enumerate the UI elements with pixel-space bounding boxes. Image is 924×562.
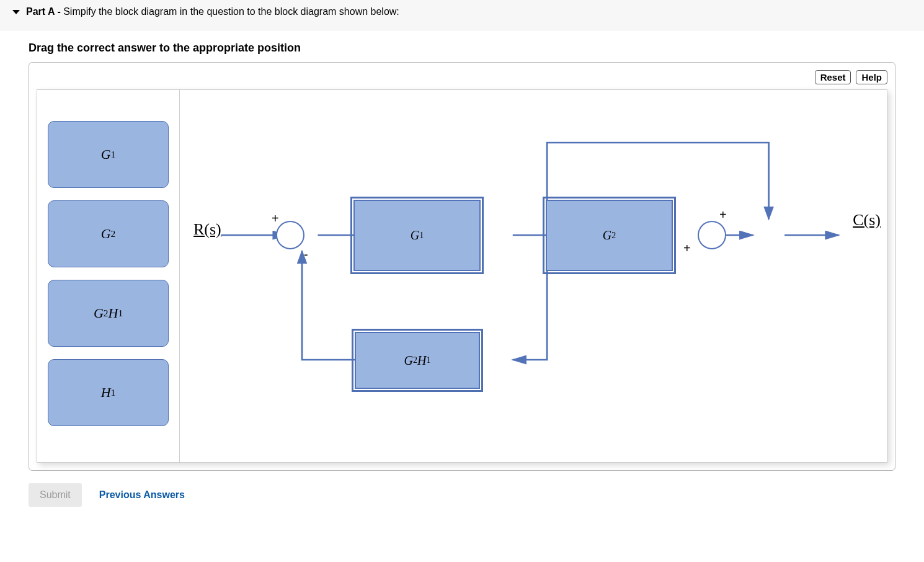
summing-junction-2 bbox=[698, 221, 726, 249]
placed-block-feedback[interactable]: G2H1 bbox=[355, 332, 480, 389]
diagram-panel: R(s) C(s) + - + + G1 G2 G2H1 bbox=[180, 90, 887, 462]
part-label: Part A - bbox=[26, 6, 61, 17]
previous-answers-link[interactable]: Previous Answers bbox=[99, 489, 185, 501]
placed-block-forward2[interactable]: G2 bbox=[546, 200, 673, 271]
part-text: Simpify the block diagram in the questio… bbox=[63, 6, 399, 17]
answer-tile-g2[interactable]: G2 bbox=[48, 200, 169, 267]
sum2-top-plus-sign: + bbox=[719, 208, 727, 222]
instruction-text: Drag the correct answer to the appropria… bbox=[0, 30, 924, 62]
output-label: C(s) bbox=[853, 211, 881, 230]
part-heading: Part A - Simpify the block diagram in th… bbox=[26, 6, 399, 17]
reset-button[interactable]: Reset bbox=[815, 70, 851, 84]
input-label: R(s) bbox=[193, 220, 221, 239]
answer-tile-h1[interactable]: H1 bbox=[48, 359, 169, 426]
submit-button[interactable]: Submit bbox=[29, 483, 82, 507]
sum1-minus-sign: - bbox=[304, 248, 308, 262]
answer-well: G1 G2 G2H1 H1 bbox=[37, 90, 180, 462]
help-button[interactable]: Help bbox=[856, 70, 887, 84]
diagram-wires bbox=[180, 90, 887, 462]
work-area: Reset Help G1 G2 G2H1 H1 bbox=[29, 62, 895, 471]
summing-junction-1 bbox=[276, 221, 304, 249]
placed-block-forward1[interactable]: G1 bbox=[353, 200, 481, 271]
sum2-left-plus-sign: + bbox=[683, 241, 691, 256]
answer-tile-g1[interactable]: G1 bbox=[48, 121, 169, 188]
collapse-caret-icon[interactable] bbox=[12, 10, 20, 14]
sum1-plus-sign: + bbox=[272, 212, 279, 226]
answer-tile-g2h1[interactable]: G2H1 bbox=[48, 280, 169, 347]
